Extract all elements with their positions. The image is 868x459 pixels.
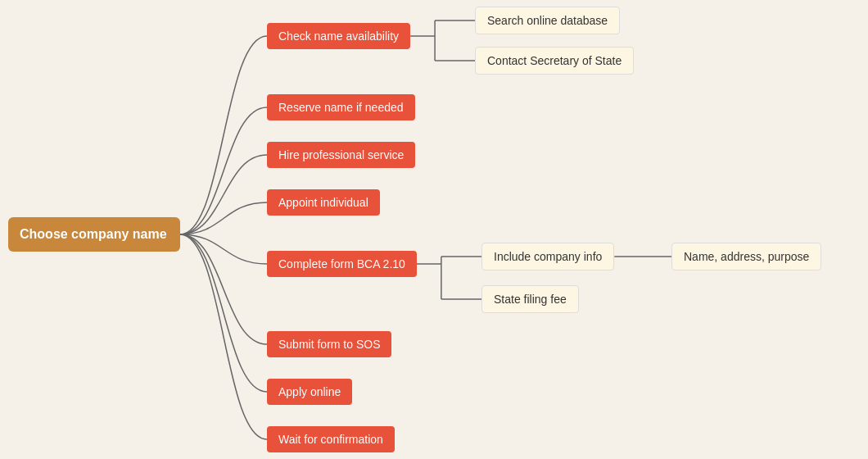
root-label: Choose company name <box>20 227 167 242</box>
node-include-info-label: Include company info <box>494 250 602 263</box>
node-contact-sos-label: Contact Secretary of State <box>487 54 622 67</box>
node-submit-form: Submit form to SOS <box>267 331 391 357</box>
node-submit-form-label: Submit form to SOS <box>278 338 380 351</box>
node-name-address-label: Name, address, purpose <box>684 250 809 263</box>
node-appoint: Appoint individual <box>267 189 380 216</box>
node-name-address: Name, address, purpose <box>671 243 821 270</box>
node-complete-form: Complete form BCA 2.10 <box>267 251 417 277</box>
node-hire-service: Hire professional service <box>267 142 415 168</box>
node-reserve-name-label: Reserve name if needed <box>278 101 404 114</box>
root-node: Choose company name <box>8 217 180 252</box>
node-wait-confirm: Wait for confirmation <box>267 426 395 452</box>
node-check-name: Check name availability <box>267 23 410 49</box>
node-contact-sos: Contact Secretary of State <box>475 47 634 75</box>
node-apply-online-label: Apply online <box>278 385 341 398</box>
node-hire-service-label: Hire professional service <box>278 148 404 161</box>
node-include-info: Include company info <box>481 243 614 270</box>
node-appoint-label: Appoint individual <box>278 196 368 209</box>
node-search-db-label: Search online database <box>487 14 608 27</box>
node-reserve-name: Reserve name if needed <box>267 94 415 120</box>
node-check-name-label: Check name availability <box>278 30 399 43</box>
node-filing-fee: State filing fee <box>481 285 579 313</box>
node-complete-form-label: Complete form BCA 2.10 <box>278 257 405 270</box>
node-filing-fee-label: State filing fee <box>494 293 567 306</box>
node-apply-online: Apply online <box>267 379 352 405</box>
node-search-db: Search online database <box>475 7 620 34</box>
node-wait-confirm-label: Wait for confirmation <box>278 433 383 446</box>
